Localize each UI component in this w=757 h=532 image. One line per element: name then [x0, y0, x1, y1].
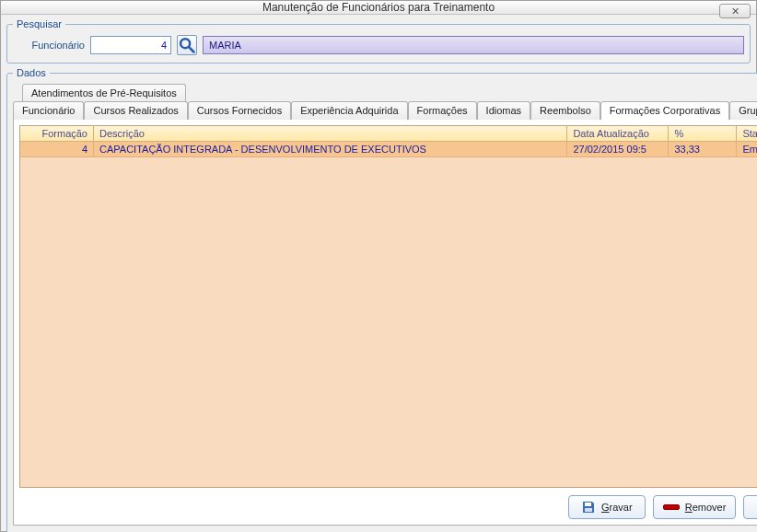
grid-col-descricao[interactable]: Descrição — [94, 126, 567, 141]
employee-lookup-button[interactable] — [177, 35, 197, 55]
tab-formacoes-corporativas[interactable]: Formações Corporativas — [600, 101, 729, 120]
window-close-button[interactable]: ✕ — [719, 4, 751, 18]
tab-content: Formação Descrição Data Atualização % St… — [13, 119, 757, 526]
window-title: Manutenção de Funcionários para Treiname… — [262, 1, 495, 14]
grid-col-status[interactable]: Status — [737, 126, 757, 141]
employee-id-input[interactable] — [90, 36, 171, 54]
employee-label: Funcionário — [13, 40, 85, 51]
search-legend: Pesquisar — [13, 18, 65, 29]
tab-row-lower: Funcionário Cursos Realizados Cursos For… — [13, 101, 757, 120]
cell-pct: 33,33 — [669, 142, 737, 156]
cell-data: 27/02/2015 09:5 — [567, 142, 669, 156]
remove-icon — [663, 504, 680, 510]
svg-rect-2 — [585, 503, 591, 506]
close-icon: ✕ — [731, 6, 740, 17]
tab-cursos-fornecidos[interactable]: Cursos Fornecidos — [188, 101, 291, 120]
content-area: Pesquisar Funcionário MARIA Dados Aten — [1, 15, 756, 532]
gravar-label: ravar — [610, 502, 633, 513]
remover-button[interactable]: Remover — [653, 495, 737, 519]
tab-cursos-realizados[interactable]: Cursos Realizados — [84, 101, 187, 120]
tab-row-upper: Atendimentos de Pré-Requisitos — [22, 84, 757, 102]
search-row: Funcionário MARIA — [13, 35, 744, 55]
svg-rect-3 — [585, 508, 592, 512]
dados-group: Dados Atendimentos de Pré-Requisitos Fun… — [6, 67, 757, 532]
grid-header: Formação Descrição Data Atualização % St… — [20, 126, 757, 142]
tab-funcionario[interactable]: Funcionário — [13, 101, 84, 120]
limpar-button[interactable]: Limpar — [743, 495, 757, 519]
dados-body: Atendimentos de Pré-Requisitos Funcionár… — [13, 84, 757, 526]
grid: Formação Descrição Data Atualização % St… — [19, 125, 757, 488]
tab-reembolso[interactable]: Reembolso — [530, 101, 600, 120]
svg-line-1 — [190, 48, 194, 52]
remover-label: emover — [693, 502, 727, 513]
window: Manutenção de Funcionários para Treiname… — [0, 0, 757, 532]
tab-grupos-especiais[interactable]: Grupos Especiais — [729, 101, 757, 120]
grid-button-row: Gravar Remover Limpar — [19, 495, 757, 519]
tab-atendimentos-prerequisitos[interactable]: Atendimentos de Pré-Requisitos — [22, 84, 186, 102]
cell-status: Em andamento — [737, 142, 757, 156]
dados-legend: Dados — [13, 67, 50, 78]
grid-col-formacao[interactable]: Formação — [20, 126, 94, 141]
cell-descricao: CAPACITAÇÃO INTEGRADA - DESENVOLVIMENTO … — [94, 142, 567, 156]
employee-name-field: MARIA — [203, 36, 744, 54]
search-group: Pesquisar Funcionário MARIA — [6, 18, 751, 64]
gravar-button[interactable]: Gravar — [568, 495, 646, 519]
tab-formacoes[interactable]: Formações — [408, 101, 477, 120]
tab-experiencia-adquirida[interactable]: Experiência Adquirida — [291, 101, 407, 120]
tab-idiomas[interactable]: Idiomas — [477, 101, 531, 120]
search-icon — [178, 36, 196, 54]
cell-formacao: 4 — [20, 142, 94, 156]
save-icon — [581, 500, 596, 515]
grid-col-data[interactable]: Data Atualização — [567, 126, 669, 141]
titlebar: Manutenção de Funcionários para Treiname… — [1, 1, 756, 15]
grid-col-pct[interactable]: % — [669, 126, 737, 141]
table-row[interactable]: 4 CAPACITAÇÃO INTEGRADA - DESENVOLVIMENT… — [20, 142, 757, 157]
tabs: Atendimentos de Pré-Requisitos Funcionár… — [13, 84, 757, 120]
